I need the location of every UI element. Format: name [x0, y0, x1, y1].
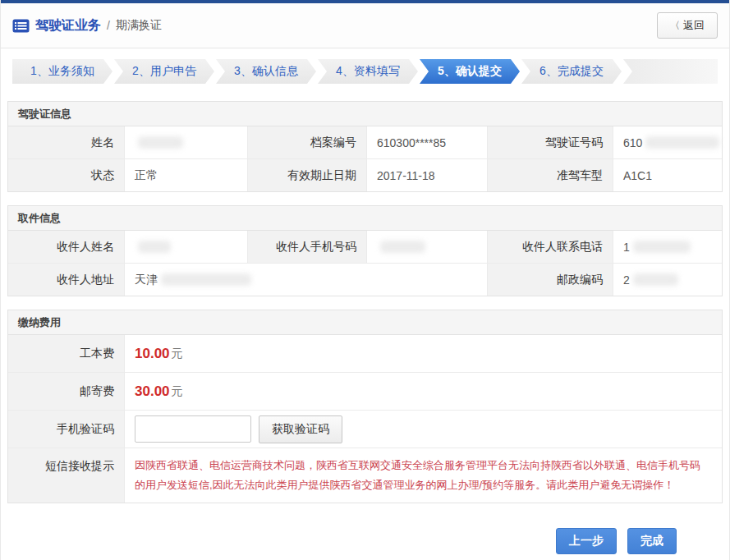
- name-label: 姓名: [8, 126, 125, 158]
- sms-code-field: 获取验证码: [125, 411, 722, 448]
- postage-fee-unit: 元: [172, 384, 183, 399]
- pickup-info-title: 取件信息: [8, 206, 722, 231]
- table-row: 邮寄费 30.00元: [8, 372, 722, 410]
- previous-step-button[interactable]: 上一步: [556, 528, 617, 554]
- license-no-value: 610: [613, 126, 722, 158]
- footer-actions: 上一步 完成: [1, 528, 677, 554]
- sms-code-input[interactable]: [135, 415, 251, 443]
- fees-title: 缴纳费用: [8, 310, 722, 335]
- status-value: 正常: [125, 159, 248, 191]
- recipient-mobile-label: 收件人手机号码: [248, 231, 367, 263]
- table-row: 工本费 10.00元: [8, 335, 722, 372]
- back-button-label: 返回: [683, 18, 705, 33]
- status-label: 状态: [8, 159, 125, 191]
- recipient-mobile-value: [367, 231, 488, 263]
- production-fee-amount: 10.00: [135, 346, 170, 362]
- recipient-name-label: 收件人姓名: [8, 231, 125, 263]
- page-header: 驾驶证业务 / 期满换证 〈 返回: [1, 3, 729, 48]
- file-no-value: 610300****85: [367, 126, 488, 158]
- expiry-label: 有效期止日期: [248, 159, 367, 191]
- postage-fee-label: 邮寄费: [8, 373, 125, 410]
- table-row: 收件人地址 天津 邮政编码 2: [8, 263, 722, 296]
- vehicle-class-value: A1C1: [613, 159, 722, 191]
- license-info-title: 驾驶证信息: [8, 102, 722, 126]
- redacted-blur: [138, 241, 171, 253]
- page-subtitle: 期满换证: [116, 18, 162, 33]
- sms-code-label: 手机验证码: [8, 411, 125, 448]
- recipient-address-label: 收件人地址: [8, 264, 125, 296]
- license-no-label: 驾驶证号码: [488, 126, 613, 158]
- redacted-blur: [633, 273, 678, 286]
- name-value: [125, 126, 248, 158]
- table-row: 短信接收提示 因陕西省联通、电信运营商技术问题，陕西省互联网交通安全综合服务管理…: [8, 448, 722, 503]
- sms-notice-cell: 因陕西省联通、电信运营商技术问题，陕西省互联网交通安全综合服务管理平台无法向持陕…: [125, 448, 722, 503]
- file-no-label: 档案编号: [248, 126, 367, 158]
- step-nav-tail: [623, 59, 718, 84]
- step-1-business-notice[interactable]: 1、业务须知: [12, 59, 112, 84]
- expiry-value: 2017-11-18: [367, 159, 488, 191]
- pickup-info-section: 取件信息 收件人姓名 收件人手机号码 收件人联系电话 1 收件人地址 天津 邮政…: [7, 205, 723, 296]
- page-title: 驾驶证业务: [35, 17, 101, 34]
- step-5-confirm-submit-current[interactable]: 5、确认提交: [420, 59, 520, 84]
- license-service-icon: [12, 19, 30, 33]
- step-6-complete-submit[interactable]: 6、完成提交: [521, 59, 622, 84]
- step-2-user-declaration[interactable]: 2、用户申告: [114, 59, 214, 84]
- back-button[interactable]: 〈 返回: [657, 12, 718, 39]
- back-chevron-icon: 〈: [670, 19, 680, 33]
- recipient-phone-value: 1: [613, 231, 722, 263]
- step-3-confirm-info[interactable]: 3、确认信息: [216, 59, 316, 84]
- vehicle-class-label: 准驾车型: [488, 159, 613, 191]
- redacted-blur: [138, 136, 183, 149]
- table-row: 手机验证码 获取验证码: [8, 410, 722, 448]
- redacted-blur: [645, 136, 719, 149]
- fees-section: 缴纳费用 工本费 10.00元 邮寄费 30.00元 手机验证码 获取验证码 短…: [7, 310, 723, 503]
- step-4-fill-data[interactable]: 4、资料填写: [318, 59, 418, 84]
- table-row: 状态 正常 有效期止日期 2017-11-18 准驾车型 A1C1: [8, 158, 722, 191]
- recipient-phone-label: 收件人联系电话: [488, 231, 613, 263]
- redacted-blur: [161, 273, 251, 286]
- redacted-blur: [633, 241, 691, 253]
- license-info-section: 驾驶证信息 姓名 档案编号 610300****85 驾驶证号码 610 状态 …: [7, 101, 723, 192]
- breadcrumb-separator: /: [107, 19, 110, 32]
- postage-fee-value: 30.00元: [125, 373, 722, 410]
- table-row: 姓名 档案编号 610300****85 驾驶证号码 610: [8, 126, 722, 158]
- recipient-address-value: 天津: [125, 264, 488, 296]
- postage-fee-amount: 30.00: [135, 383, 170, 400]
- step-nav: 1、业务须知 2、用户申告 3、确认信息 4、资料填写 5、确认提交 6、完成提…: [12, 59, 718, 84]
- postal-code-value: 2: [613, 264, 722, 296]
- sms-notice-text: 因陕西省联通、电信运营商技术问题，陕西省互联网交通安全综合服务管理平台无法向持陕…: [135, 448, 722, 503]
- get-sms-code-button[interactable]: 获取验证码: [259, 415, 342, 443]
- recipient-name-value: [125, 231, 248, 263]
- sms-notice-label: 短信接收提示: [8, 448, 125, 503]
- breadcrumb: 驾驶证业务 / 期满换证: [12, 17, 162, 34]
- redacted-blur: [380, 241, 425, 253]
- production-fee-label: 工本费: [8, 335, 125, 372]
- finish-button[interactable]: 完成: [627, 528, 677, 554]
- postal-code-label: 邮政编码: [488, 264, 613, 296]
- production-fee-value: 10.00元: [125, 335, 722, 372]
- table-row: 收件人姓名 收件人手机号码 收件人联系电话 1: [8, 231, 722, 263]
- production-fee-unit: 元: [172, 347, 183, 361]
